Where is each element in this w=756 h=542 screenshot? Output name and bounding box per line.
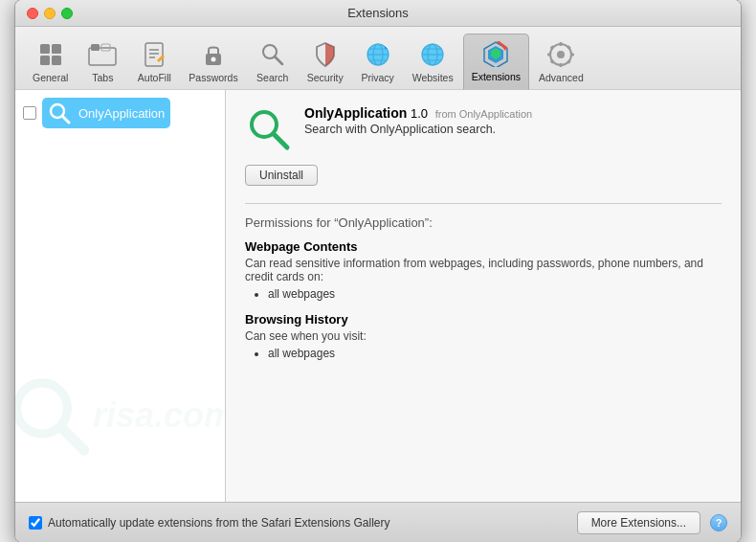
perm-list-item-0-0: all webpages xyxy=(268,287,722,301)
svg-rect-31 xyxy=(547,54,551,56)
extension-enable-checkbox[interactable] xyxy=(23,106,36,120)
footer: Automatically update extensions from the… xyxy=(15,502,741,542)
sidebar-item-icon xyxy=(48,102,71,124)
tabs-label: Tabs xyxy=(92,72,113,83)
permissions-title: Permissions for “OnlyApplication”: xyxy=(245,215,722,230)
svg-rect-30 xyxy=(560,63,563,67)
svg-rect-32 xyxy=(570,54,574,56)
ext-name: OnlyApplication xyxy=(304,105,407,121)
search-label: Search xyxy=(256,72,288,83)
sidebar-item-only-application[interactable]: OnlyApplication xyxy=(42,98,170,128)
passwords-icon xyxy=(198,39,229,70)
traffic-lights xyxy=(27,8,73,19)
perm-heading-0: Webpage Contents xyxy=(245,239,722,254)
toolbar-item-privacy[interactable]: Privacy xyxy=(353,35,403,89)
security-label: Security xyxy=(307,72,344,83)
tabs-icon xyxy=(87,39,118,70)
footer-checkbox-area: Automatically update extensions from the… xyxy=(29,516,567,530)
toolbar-item-passwords[interactable]: Passwords xyxy=(181,35,245,89)
watermark: risa.com xyxy=(15,358,226,473)
extension-app-icon xyxy=(245,105,291,151)
ext-version: 1.0 xyxy=(411,106,428,121)
perm-desc-1: Can see when you visit: xyxy=(245,329,722,343)
svg-rect-3 xyxy=(52,56,61,65)
more-extensions-button[interactable]: More Extensions... xyxy=(577,511,700,534)
svg-rect-0 xyxy=(40,44,50,54)
toolbar-item-advanced[interactable]: Advanced xyxy=(531,35,591,89)
toolbar-item-security[interactable]: Security xyxy=(300,35,351,89)
perm-list-0: all webpages xyxy=(268,287,722,301)
svg-point-39 xyxy=(16,383,67,434)
svg-line-38 xyxy=(62,116,69,123)
title-bar: Extensions xyxy=(15,0,741,27)
general-label: General xyxy=(33,72,68,83)
watermark-icon xyxy=(15,358,93,473)
websites-label: Websites xyxy=(412,72,454,83)
main-content: OnlyApplication risa.com xyxy=(15,90,741,502)
extensions-icon xyxy=(480,38,511,69)
extension-info: OnlyApplication 1.0 from OnlyApplication… xyxy=(304,105,532,136)
privacy-label: Privacy xyxy=(361,72,393,83)
passwords-label: Passwords xyxy=(189,72,237,83)
svg-line-42 xyxy=(274,134,287,147)
advanced-icon xyxy=(545,39,576,70)
main-window: Extensions General T xyxy=(14,0,742,542)
svg-rect-1 xyxy=(52,44,61,54)
minimize-button[interactable] xyxy=(44,8,56,19)
footer-checkbox-label: Automatically update extensions from the… xyxy=(48,516,390,530)
websites-icon xyxy=(417,39,448,70)
security-icon xyxy=(310,39,341,70)
advanced-label: Advanced xyxy=(539,72,584,83)
toolbar-item-tabs[interactable]: Tabs xyxy=(78,35,127,89)
perm-heading-1: Browsing History xyxy=(245,312,722,327)
general-icon xyxy=(35,39,66,70)
perm-section-webpage: Webpage Contents Can read sensitive info… xyxy=(245,239,722,301)
autofill-label: AutoFill xyxy=(138,72,171,83)
toolbar-item-autofill[interactable]: AutoFill xyxy=(129,35,179,89)
divider xyxy=(245,203,722,204)
svg-point-28 xyxy=(557,51,565,58)
perm-desc-0: Can read sensitive information from webp… xyxy=(245,257,722,283)
autofill-icon xyxy=(139,39,169,70)
ext-description: Search with OnlyApplication search. xyxy=(304,123,532,136)
extension-header: OnlyApplication 1.0 from OnlyApplication… xyxy=(245,105,722,151)
svg-rect-5 xyxy=(91,44,100,51)
svg-rect-2 xyxy=(40,56,50,65)
sidebar-item-label: OnlyApplication xyxy=(78,106,165,121)
help-button[interactable]: ? xyxy=(710,514,727,531)
sidebar-header: OnlyApplication xyxy=(23,98,217,128)
toolbar-item-general[interactable]: General xyxy=(25,35,76,89)
svg-rect-7 xyxy=(145,43,163,66)
toolbar-item-search[interactable]: Search xyxy=(248,35,298,89)
extensions-label: Extensions xyxy=(472,71,521,82)
watermark-text: risa.com xyxy=(93,395,226,436)
extension-title: OnlyApplication 1.0 from OnlyApplication xyxy=(304,105,532,121)
perm-list-item-1-0: all webpages xyxy=(268,347,722,360)
maximize-button[interactable] xyxy=(61,8,73,19)
close-button[interactable] xyxy=(27,8,38,19)
toolbar: General Tabs A xyxy=(15,27,741,90)
detail-pane: OnlyApplication 1.0 from OnlyApplication… xyxy=(226,90,741,502)
ext-from: from OnlyApplication xyxy=(435,108,533,120)
auto-update-checkbox[interactable] xyxy=(29,516,42,530)
svg-point-12 xyxy=(211,57,216,62)
svg-rect-29 xyxy=(560,42,563,46)
privacy-icon xyxy=(363,39,393,70)
uninstall-button[interactable]: Uninstall xyxy=(245,165,318,186)
perm-section-browsing: Browsing History Can see when you visit:… xyxy=(245,312,722,360)
window-title: Extensions xyxy=(347,6,409,20)
svg-line-40 xyxy=(61,427,84,450)
search-toolbar-icon xyxy=(257,39,288,70)
sidebar: OnlyApplication risa.com xyxy=(15,90,226,502)
toolbar-item-websites[interactable]: Websites xyxy=(405,35,461,89)
svg-line-14 xyxy=(275,56,282,64)
toolbar-item-extensions[interactable]: Extensions xyxy=(463,34,529,90)
perm-list-1: all webpages xyxy=(268,347,722,360)
